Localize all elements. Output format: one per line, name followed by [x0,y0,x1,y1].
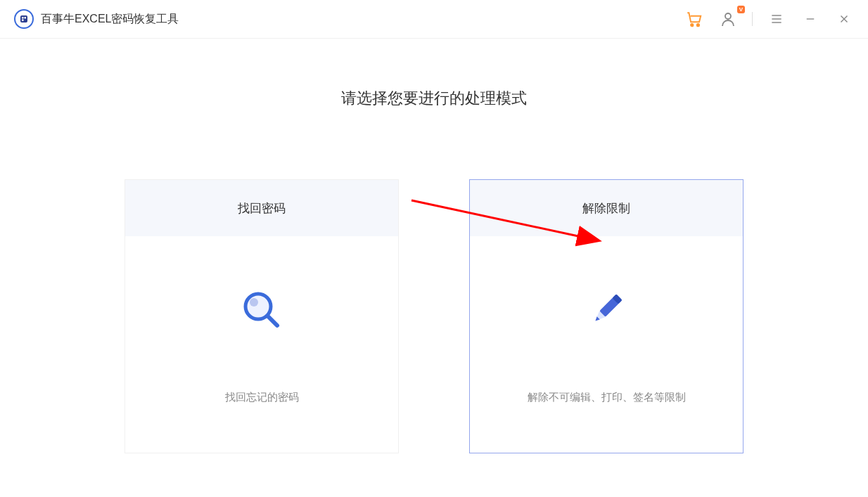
mode-card-recover-password[interactable]: 找回密码 找回忘记的密码 [125,179,399,453]
svg-point-15 [250,298,258,306]
app-logo-icon [14,9,34,29]
menu-icon[interactable] [767,9,786,29]
pencil-icon [582,285,631,335]
minimize-icon[interactable] [800,9,820,29]
main-content: 请选择您要进行的处理模式 找回密码 找回忘记的密码 解除限制 [0,39,868,453]
card-body: 找回忘记的密码 [125,236,398,453]
svg-rect-2 [22,17,24,19]
user-icon[interactable]: V [718,9,738,29]
page-title: 请选择您要进行的处理模式 [0,88,868,109]
card-body: 解除不可编辑、打印、签名等限制 [470,236,743,453]
titlebar-right: V [684,9,854,29]
mode-card-remove-restriction[interactable]: 解除限制 解除不可编辑、打印、签名等限制 [469,179,743,453]
svg-rect-4 [22,20,24,22]
vip-badge: V [737,6,745,13]
app-title: 百事牛EXCEL密码恢复工具 [41,12,179,27]
svg-rect-1 [20,15,27,22]
svg-point-6 [697,24,699,26]
magnifier-icon [237,285,286,335]
card-description: 解除不可编辑、打印、签名等限制 [528,391,686,404]
card-description: 找回忘记的密码 [225,391,299,404]
svg-point-5 [691,24,693,26]
close-icon[interactable] [834,9,854,29]
mode-cards-row: 找回密码 找回忘记的密码 解除限制 [0,179,868,453]
separator [752,12,753,26]
titlebar: 百事牛EXCEL密码恢复工具 V [0,0,868,39]
svg-point-7 [725,13,731,19]
svg-rect-3 [25,17,27,19]
titlebar-left: 百事牛EXCEL密码恢复工具 [14,9,179,29]
svg-line-16 [268,316,277,325]
card-title: 解除限制 [470,180,743,236]
cart-icon[interactable] [684,9,704,29]
card-title: 找回密码 [125,180,398,236]
